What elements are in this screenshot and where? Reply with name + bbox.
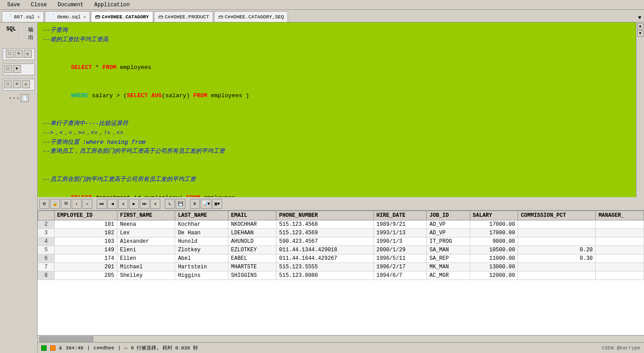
toolbar-copy-icon[interactable]: ⧉ xyxy=(61,199,71,209)
toolbar-settings-icon[interactable]: ⚙ xyxy=(190,199,200,209)
row-num-cell: 6 xyxy=(38,254,55,263)
code-line-5: WHERE salary > (SELECT AVG(salary) FROM … xyxy=(43,82,639,110)
tab-seq[interactable]: 🗃 C##DHEE.CATAGORY_SEQ xyxy=(214,11,288,22)
col-header-salary[interactable]: SALARY xyxy=(470,211,518,220)
col-header-employee-id[interactable]: EMPLOYEE_ID xyxy=(54,211,117,220)
col-header-email[interactable]: EMAIL xyxy=(228,211,276,220)
tab-close-demo[interactable]: ✕ xyxy=(83,14,86,20)
tab-label-product: C##DHEE.PRODUCT xyxy=(165,14,209,20)
resize-icon[interactable]: ≡ xyxy=(15,50,23,58)
cell-commission xyxy=(518,237,596,246)
col-header-manager[interactable]: MANAGER_ xyxy=(596,211,644,220)
menu-document[interactable]: Document xyxy=(52,1,89,9)
menu-application[interactable]: Application xyxy=(89,1,135,9)
code-line-13: --员工所在部门的平均工资高于公司所有员工发的平均工资 xyxy=(43,175,639,185)
cell-salary: 17000.00 xyxy=(470,220,518,229)
menu-save[interactable]: Save xyxy=(2,1,26,9)
scroll-up-btn[interactable]: ▲ xyxy=(637,23,644,30)
cell-employee-id: 101 xyxy=(54,220,117,229)
tab-807[interactable]: 📄 807.sql ✕ xyxy=(2,11,44,22)
tab-close-807[interactable]: ✕ xyxy=(37,14,40,20)
toolbar-skip-fwd-icon[interactable]: ⏭ xyxy=(140,199,150,209)
scroll-down-btn[interactable]: ▼ xyxy=(637,30,644,37)
results-table-container[interactable]: EMPLOYEE_ID FIRST_NAME LAST_NAME EMAIL P… xyxy=(38,211,644,335)
tab-demo[interactable]: 📄 demo.sql ✕ xyxy=(45,11,90,22)
toolbar-skip-back-icon[interactable]: ⏮ xyxy=(97,199,107,209)
col-header-phone[interactable]: PHONE_NUMBER xyxy=(276,211,374,220)
dots-menu[interactable]: ··· xyxy=(9,95,20,102)
subtab-output[interactable]: 输出 xyxy=(23,24,39,43)
action-icon-1[interactable]: □ xyxy=(4,80,12,88)
toolbar-table-icon[interactable]: ▦▼ xyxy=(212,199,222,209)
code-line-3 xyxy=(43,45,639,54)
cell-email: NKOCHHAR xyxy=(228,220,276,229)
top-menu-bar: Save Close Document Application xyxy=(0,0,644,10)
editor-scrollbar[interactable]: ▲ ▼ xyxy=(636,22,644,197)
status-credit: CSDN @harrype xyxy=(602,345,640,351)
new-doc-icon[interactable]: 📄 xyxy=(21,94,29,102)
toolbar-refresh-icon[interactable]: ↺ xyxy=(118,199,128,209)
cell-last-name: Zlotkey xyxy=(175,246,228,254)
cell-phone: 515.123.5555 xyxy=(276,263,374,271)
toolbar-check-icon[interactable]: ✓ xyxy=(82,199,92,209)
table-row[interactable]: 6 174 Ellen Abel EABEL 011.44.1644.42926… xyxy=(38,254,644,263)
col-header-first-name[interactable]: FIRST_NAME xyxy=(117,211,175,220)
toolbar-clear-icon[interactable]: ✕ xyxy=(150,199,160,209)
cell-email: SHIGGINS xyxy=(228,271,276,280)
cell-employee-id: 103 xyxy=(54,237,117,246)
cell-salary: 10500.00 xyxy=(470,246,518,254)
close-sm-icon[interactable]: ✕ xyxy=(24,50,32,58)
cell-job-id: SA_MAN xyxy=(427,246,470,254)
pin-icon[interactable]: □ xyxy=(6,50,14,58)
cell-hire-date: 1996/5/11 xyxy=(374,254,426,263)
status-bar: & 364:48 | c##dhee | ↔ 8 行被选择, 耗时 0.030 … xyxy=(38,342,644,353)
subtab-sql[interactable]: SQL xyxy=(1,24,22,43)
toolbar-lock-icon[interactable]: 🔒 xyxy=(50,199,60,209)
code-editor[interactable]: --子查询 --谁的工资比平均工资高 SELECT * FROM employe… xyxy=(38,22,644,197)
tab-product[interactable]: 🗃 C##DHEE.PRODUCT xyxy=(154,11,213,22)
table-row[interactable]: 3 102 Lex De Haan LDEHAAN 515.123.4569 1… xyxy=(38,229,644,237)
action-icon-2[interactable]: ≡ xyxy=(13,80,21,88)
table-row[interactable]: 8 205 Shelley Higgins SHIGGINS 515.123.8… xyxy=(38,271,644,280)
cell-email: LDEHAAN xyxy=(228,229,276,237)
col-header-job-id[interactable]: JOB_ID xyxy=(427,211,470,220)
status-indicator-orange xyxy=(50,345,56,351)
cell-hire-date: 1994/6/7 xyxy=(374,271,426,280)
col-header-commission[interactable]: COMMISSION_PCT xyxy=(518,211,596,220)
toolbar-chart-icon[interactable]: 📊▼ xyxy=(201,199,211,209)
toolbar-save-icon[interactable]: 💾 xyxy=(176,199,185,209)
hscroll-thumb[interactable] xyxy=(39,336,93,342)
cell-phone: 515.123.8080 xyxy=(276,271,374,280)
action-icon-3[interactable]: ✕ xyxy=(22,80,30,88)
nav-up-icon[interactable]: □ xyxy=(4,65,12,73)
cell-email: EZLOTKEY xyxy=(228,246,276,254)
toolbar-grid-icon[interactable]: ⊞ xyxy=(39,199,49,209)
cell-phone: 011.44.1644.429267 xyxy=(276,254,374,263)
table-row[interactable]: 7 201 Michael Hartstein MHARTSTE 515.123… xyxy=(38,263,644,271)
cell-manager xyxy=(596,254,644,263)
toolbar-insert-icon[interactable]: ↳ xyxy=(165,199,175,209)
horizontal-scrollbar[interactable] xyxy=(38,335,644,342)
nav-mid-icon[interactable]: ▼ xyxy=(13,65,21,73)
toolbar-next-icon[interactable]: ▶ xyxy=(129,199,139,209)
cell-hire-date: 1996/2/17 xyxy=(374,263,426,271)
menu-close[interactable]: Close xyxy=(26,1,52,9)
cell-first-name: Shelley xyxy=(117,271,175,280)
code-line-6 xyxy=(43,110,639,119)
status-arrow-icon: ↔ xyxy=(125,345,128,351)
cell-last-name: Hartstein xyxy=(175,263,228,271)
table-row[interactable]: 5 149 Eleni Zlotkey EZLOTKEY 011.44.1344… xyxy=(38,246,644,254)
tab-label: 807.sql xyxy=(14,14,34,20)
tab-scroll-right[interactable]: ▼ xyxy=(635,14,644,22)
toolbar-prev-icon[interactable]: ◀ xyxy=(107,199,117,209)
table-row[interactable]: 2 101 Neena Kochhar NKOCHHAR 515.123.456… xyxy=(38,220,644,229)
toolbar-export-icon[interactable]: ⇧ xyxy=(72,199,82,209)
tab-catagory[interactable]: 🗃 C##DHEE.CATAGORY xyxy=(91,11,153,22)
content-area: --子查询 --谁的工资比平均工资高 SELECT * FROM employe… xyxy=(38,22,644,353)
tab-label-seq: C##DHEE.CATAGORY_SEQ xyxy=(225,14,284,20)
table-row[interactable]: 4 103 Alexander Hunold AHUNOLD 590.423.4… xyxy=(38,237,644,246)
cell-commission xyxy=(518,271,596,280)
col-header-hire-date[interactable]: HIRE_DATE xyxy=(374,211,426,220)
col-header-last-name[interactable]: LAST_NAME xyxy=(175,211,228,220)
cell-salary: 13000.00 xyxy=(470,263,518,271)
